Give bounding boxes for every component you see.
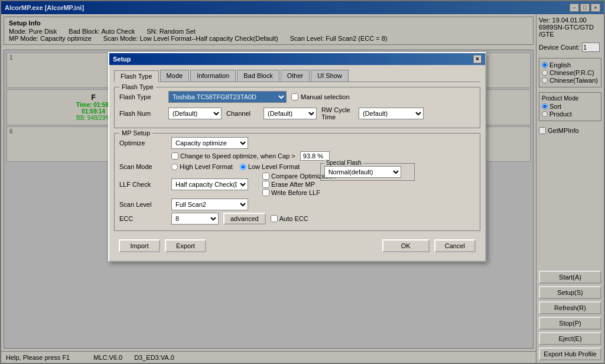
llf-check-label: LLF Check [119,181,167,188]
speed-optimize-checkbox[interactable] [171,152,178,160]
compare-opt-checkbox[interactable] [262,173,269,180]
flash-type-select[interactable]: Toshiba TC58TFG8T23TA0D [168,91,287,103]
scan-level-col: Scan Level Full Scan2 ECC 8 advanced [119,199,308,227]
modal-close-button[interactable]: ✕ [473,55,482,63]
scan-high-label: High Level Format [180,163,233,170]
scan-high-radio[interactable]: High Level Format [171,163,233,170]
scan-level-ecc-row: Scan Level Full Scan2 ECC 8 advanced [119,199,475,227]
special-flash-label: Special Flash [324,160,363,166]
channel-select[interactable]: (Default) [264,108,317,119]
optimize-label: Optimize [119,139,167,147]
setup-dialog: Setup ✕ Flash Type Mode Information Bad … [108,52,486,262]
speed-optimize-check[interactable]: Change to Speed optimize, when Cap > [171,152,295,160]
erase-after-checkbox[interactable] [262,181,269,188]
rw-cycle-label: RW Cycle Time [321,106,354,121]
export-button[interactable]: Export [165,239,206,252]
llf-row: LLF Check Half capacity Check(D Compare … [119,173,475,196]
ok-button[interactable]: OK [382,239,430,252]
modal-title-text: Setup [113,56,131,63]
manual-selection-label: Manual selection [301,93,350,100]
scan-mode-radios: High Level Format Low Level Format [171,163,300,170]
ecc-row: ECC 8 advanced Auto ECC [119,213,308,225]
flash-type-row: Flash Type Toshiba TC58TFG8T23TA0D Manua… [119,91,475,103]
advanced-button[interactable]: advanced [223,213,266,225]
manual-selection-row[interactable]: Manual selection [291,93,350,100]
manual-selection-checkbox[interactable] [291,93,298,100]
modal-body: Flash Type Mode Information Bad Block Ot… [109,65,485,261]
llf-check-row: LLF Check Half capacity Check(D [119,173,248,196]
ecc-select[interactable]: 8 [171,213,219,225]
tab-bad-block[interactable]: Bad Block [237,70,279,82]
optimize-select[interactable]: Capacity optimize [171,137,248,149]
scan-level-select[interactable]: Full Scan2 [171,199,248,210]
tab-mode[interactable]: Mode [160,70,190,82]
erase-after-check[interactable]: Erase After MP [262,181,336,188]
footer-right-buttons: OK Cancel [382,239,476,252]
write-before-checkbox[interactable] [262,189,269,196]
cancel-button[interactable]: Cancel [434,239,476,252]
flash-num-select[interactable]: (Default) [168,108,222,119]
scan-low-radio[interactable]: Low Level Format [240,163,300,170]
tab-ui-show[interactable]: UI Show [311,70,349,82]
mp-setup-section: MP Setup Optimize Capacity optimize Chan… [114,133,480,231]
auto-ecc-checkbox[interactable] [271,215,278,222]
special-flash-select[interactable]: Normal(default) [324,166,401,178]
mp-section-label: MP Setup [119,129,152,136]
speed-optimize-label: Change to Speed optimize, when Cap > [180,152,295,160]
modal-overlay: Setup ✕ Flash Type Mode Information Bad … [0,0,605,364]
flash-num-label: Flash Num [119,110,164,117]
scan-mode-label: Scan Mode [119,163,167,170]
ecc-label: ECC [119,215,167,222]
channel-label: Channel [226,110,259,117]
special-flash-group: Special Flash Normal(default) [320,163,415,181]
tab-flash-type[interactable]: Flash Type [114,70,159,82]
auto-ecc-label: Auto ECC [279,215,308,222]
optimize-row: Optimize Capacity optimize [119,137,475,149]
scan-mode-row: Scan Mode High Level Format Low Level Fo… [119,163,475,170]
scan-low-label: Low Level Format [248,163,300,170]
write-before-check[interactable]: Write Before LLF [262,189,336,196]
scan-level-row: Scan Level Full Scan2 [119,199,308,210]
scan-level-label: Scan Level [119,201,167,208]
flash-type-label: Flash Type [119,93,164,100]
llf-check-select[interactable]: Half capacity Check(D [171,178,248,190]
footer-left-buttons: Import Export [119,239,206,252]
tab-information[interactable]: Information [190,70,236,82]
modal-title-bar: Setup ✕ [109,53,485,65]
auto-ecc-check[interactable]: Auto ECC [271,215,308,222]
flash-type-section-label: Flash Type [119,83,156,90]
flash-num-row: Flash Num (Default) Channel (Default) RW… [119,106,475,121]
write-before-label: Write Before LLF [271,189,320,196]
rw-cycle-select[interactable]: (Default) [359,108,424,119]
modal-footer: Import Export OK Cancel [114,236,480,256]
speed-optimize-row: Change to Speed optimize, when Cap > 93.… [119,151,475,161]
tab-bar: Flash Type Mode Information Bad Block Ot… [114,70,480,82]
erase-after-label: Erase After MP [271,181,315,188]
tab-other[interactable]: Other [281,70,310,82]
import-button[interactable]: Import [119,239,160,252]
flash-type-section: Flash Type Flash Type Toshiba TC58TFG8T2… [114,87,480,128]
